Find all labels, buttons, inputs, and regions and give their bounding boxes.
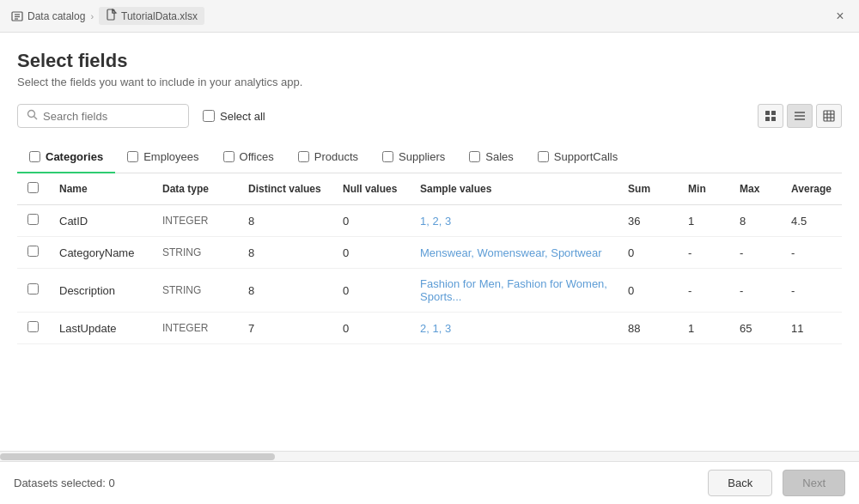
row-checkbox[interactable] — [27, 246, 39, 257]
breadcrumb-file: TutorialData.xlsx — [99, 7, 204, 25]
svg-rect-8 — [765, 111, 770, 115]
view-icons — [758, 104, 842, 128]
header-null: Null values — [332, 173, 410, 205]
select-all-checkbox[interactable] — [203, 110, 215, 122]
row-cell: LastUpdate — [49, 313, 152, 344]
footer: Datasets selected: 0 Back Next — [0, 461, 859, 504]
row-checkbox[interactable] — [27, 321, 39, 332]
row-check[interactable] — [17, 237, 49, 269]
header-max: Max — [729, 173, 781, 205]
row-cell: 8 — [238, 269, 332, 313]
main-content: Select fields Select the fields you want… — [0, 33, 859, 451]
table-row: LastUpdateINTEGER702, 1, 38816511 — [17, 313, 842, 344]
tab-checkbox-supportcalls[interactable] — [538, 151, 549, 162]
row-cell: 36 — [618, 205, 678, 237]
row-cell: 1 — [678, 205, 729, 237]
row-cell: 1, 2, 3 — [410, 205, 618, 237]
row-cell: 8 — [238, 237, 332, 269]
grid-view-button[interactable] — [758, 104, 783, 128]
tab-checkbox-suppliers[interactable] — [382, 151, 393, 162]
header-sample: Sample values — [410, 173, 618, 205]
row-cell: 88 — [618, 313, 678, 344]
row-check[interactable] — [17, 205, 49, 237]
breadcrumb: Data catalog › TutorialData.xlsx — [10, 7, 832, 25]
breadcrumb-separator: › — [90, 11, 94, 21]
tabs-row: CategoriesEmployeesOfficesProductsSuppli… — [17, 142, 842, 173]
tab-products[interactable]: Products — [286, 142, 370, 173]
tab-label-employees: Employees — [143, 150, 198, 163]
tab-checkbox-offices[interactable] — [223, 151, 235, 162]
row-cell: CatID — [49, 205, 152, 237]
grid-icon — [765, 110, 777, 122]
breadcrumb-catalog-label: Data catalog — [27, 10, 85, 22]
row-cell: CategoryName — [49, 237, 152, 269]
close-button[interactable]: × — [832, 8, 849, 25]
tab-label-suppliers: Suppliers — [399, 150, 445, 163]
tab-label-offices: Offices — [240, 150, 274, 163]
search-input[interactable] — [43, 110, 180, 123]
back-button[interactable]: Back — [708, 470, 772, 496]
header-min: Min — [678, 173, 729, 205]
horizontal-scrollbar[interactable] — [0, 451, 859, 461]
header-avg: Average — [781, 173, 842, 205]
tab-label-categories: Categories — [46, 150, 103, 163]
tab-checkbox-categories[interactable] — [29, 151, 40, 162]
select-all-label[interactable]: Select all — [203, 110, 265, 123]
row-cell: 4.5 — [781, 205, 842, 237]
table-icon — [823, 110, 835, 122]
tab-categories[interactable]: Categories — [17, 142, 115, 173]
select-all-text: Select all — [220, 110, 265, 123]
tab-supportcalls[interactable]: SupportCalls — [526, 142, 630, 173]
scroll-thumb[interactable] — [0, 453, 275, 460]
controls-row: Select all — [17, 104, 842, 128]
svg-line-7 — [34, 117, 38, 120]
table-view-button[interactable] — [816, 104, 842, 128]
row-cell: STRING — [152, 269, 238, 313]
row-cell: STRING — [152, 237, 238, 269]
row-cell: - — [781, 237, 842, 269]
search-icon — [27, 109, 38, 123]
row-cell: 0 — [618, 237, 678, 269]
row-checkbox[interactable] — [27, 214, 39, 225]
page-subtitle: Select the fields you want to include in… — [17, 76, 842, 88]
tab-suppliers[interactable]: Suppliers — [370, 142, 457, 173]
row-check[interactable] — [17, 313, 49, 344]
header-name: Name — [49, 173, 152, 205]
tab-checkbox-products[interactable] — [298, 151, 309, 162]
tab-offices[interactable]: Offices — [211, 142, 286, 173]
row-cell: 11 — [781, 313, 842, 344]
table-row: CategoryNameSTRING80Menswear, Womenswear… — [17, 237, 842, 269]
table-container[interactable]: Name Data type Distinct values Null valu… — [17, 173, 842, 451]
tab-sales[interactable]: Sales — [457, 142, 526, 173]
list-view-button[interactable] — [787, 104, 813, 128]
breadcrumb-item-catalog: Data catalog — [10, 9, 85, 23]
table-row: DescriptionSTRING80Fashion for Men, Fash… — [17, 269, 842, 313]
row-cell: 1 — [678, 313, 729, 344]
row-cell: INTEGER — [152, 205, 238, 237]
header-check — [17, 173, 49, 205]
svg-point-6 — [28, 111, 35, 118]
svg-rect-9 — [771, 111, 776, 115]
row-cell: - — [729, 237, 781, 269]
row-cell: 8 — [729, 205, 781, 237]
row-checkbox[interactable] — [27, 283, 39, 295]
header-distinct: Distinct values — [238, 173, 332, 205]
header-checkbox[interactable] — [27, 182, 39, 193]
row-cell: 0 — [332, 313, 410, 344]
list-icon — [794, 110, 806, 122]
row-check[interactable] — [17, 269, 49, 313]
search-box[interactable] — [17, 104, 189, 128]
header-datatype: Data type — [152, 173, 238, 205]
row-cell: 0 — [332, 237, 410, 269]
svg-rect-11 — [771, 117, 776, 121]
tab-label-supportcalls: SupportCalls — [554, 150, 618, 163]
next-button[interactable]: Next — [783, 470, 845, 496]
controls-left: Select all — [17, 104, 265, 128]
header-sum: Sum — [618, 173, 678, 205]
tab-employees[interactable]: Employees — [115, 142, 210, 173]
row-cell: 65 — [729, 313, 781, 344]
tab-label-sales: Sales — [485, 150, 514, 163]
row-cell: 8 — [238, 205, 332, 237]
tab-checkbox-employees[interactable] — [127, 151, 138, 162]
tab-checkbox-sales[interactable] — [469, 151, 480, 162]
